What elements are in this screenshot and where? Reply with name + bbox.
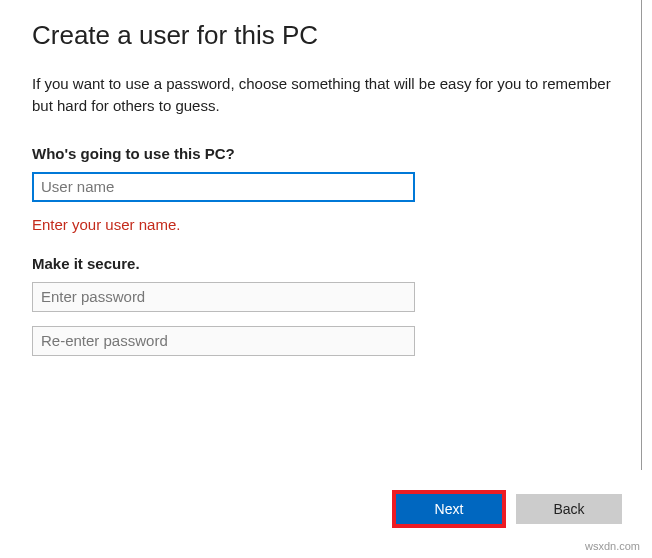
button-bar: Next Back [392, 490, 622, 528]
username-label: Who's going to use this PC? [32, 145, 620, 162]
page-description: If you want to use a password, choose so… [32, 73, 612, 117]
password-label: Make it secure. [32, 255, 620, 272]
page-title: Create a user for this PC [32, 20, 620, 51]
next-button-highlight: Next [392, 490, 506, 528]
username-input[interactable] [32, 172, 415, 202]
watermark: wsxdn.com [585, 540, 640, 552]
reenter-password-input[interactable] [32, 326, 415, 356]
divider [641, 0, 642, 470]
password-input[interactable] [32, 282, 415, 312]
next-button[interactable]: Next [396, 494, 502, 524]
username-error: Enter your user name. [32, 216, 620, 233]
back-button[interactable]: Back [516, 494, 622, 524]
create-user-form: Create a user for this PC If you want to… [0, 0, 652, 356]
